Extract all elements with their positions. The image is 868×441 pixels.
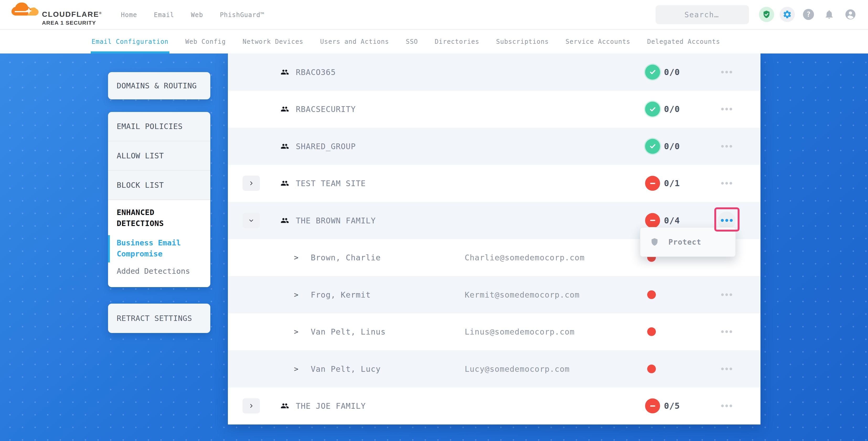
primary-nav-item-phishguard[interactable]: PhishGuard™	[220, 11, 264, 19]
tab-email-configuration[interactable]: Email Configuration	[92, 30, 168, 54]
group-icon	[279, 179, 290, 187]
group-icon	[279, 105, 290, 113]
app-header: CLOUDFLARE® AREA 1 SECURITY HomeEmailWeb…	[0, 0, 868, 30]
sidebar-item-enhanced-detections[interactable]: ENHANCED DETECTIONS	[117, 207, 202, 229]
member-name: Frog, Kermit	[311, 290, 371, 299]
primary-nav-item-email[interactable]: Email	[154, 11, 174, 19]
member-name: Van Pelt, Linus	[311, 327, 386, 336]
primary-nav-item-web[interactable]: Web	[191, 11, 203, 19]
help-icon[interactable]: ?	[803, 9, 814, 20]
row-menu-button[interactable]	[718, 137, 736, 155]
brand-logo[interactable]: CLOUDFLARE® AREA 1 SECURITY	[11, 2, 102, 26]
tab-web-config[interactable]: Web Config	[185, 30, 226, 54]
active-item-indicator-bar	[108, 235, 110, 262]
table-row-shared-group: SHARED_GROUP0/0	[228, 128, 761, 165]
sidebar-card-domains-routing: DOMAINS & ROUTING	[108, 72, 210, 99]
tab-network-devices[interactable]: Network Devices	[243, 30, 303, 54]
notifications-bell-icon[interactable]	[824, 9, 834, 20]
member-chevron-icon[interactable]: >	[294, 253, 299, 262]
sidebar-section-enhanced-detections: ENHANCED DETECTIONS Business Email Compr…	[108, 200, 210, 287]
sidebar-item-allow-list[interactable]: ALLOW LIST	[108, 141, 210, 171]
expand-group-button[interactable]	[243, 398, 260, 413]
table-row-test-team-site: TEST TEAM SITE0/1	[228, 165, 761, 202]
registered-mark: ®	[99, 11, 102, 15]
protected-count: 0/1	[664, 178, 680, 188]
status-protected-icon	[645, 102, 660, 117]
group-name: RBACO365	[296, 67, 336, 76]
status-protected-icon	[645, 139, 660, 154]
tab-service-accounts[interactable]: Service Accounts	[566, 30, 630, 54]
member-chevron-icon[interactable]: >	[294, 290, 299, 299]
brand-name: CLOUDFLARE®	[42, 9, 102, 18]
group-name: RBACSECURITY	[296, 105, 356, 114]
secondary-nav-tabs: Email ConfigurationWeb ConfigNetwork Dev…	[0, 30, 868, 54]
group-icon	[279, 142, 290, 151]
expand-group-button[interactable]	[243, 176, 260, 191]
tab-directories[interactable]: Directories	[435, 30, 479, 54]
group-name: THE BROWN FAMILY	[296, 216, 376, 225]
cloudflare-cloud-icon	[11, 2, 39, 16]
brand-subtitle: AREA 1 SECURITY	[42, 20, 102, 26]
sidebar-item-block-list[interactable]: BLOCK LIST	[108, 171, 210, 200]
member-chevron-icon[interactable]: >	[294, 365, 299, 373]
protected-count: 0/5	[664, 401, 680, 411]
group-name: SHARED_GROUP	[296, 141, 356, 151]
protection-status-shield-icon[interactable]	[759, 7, 774, 22]
table-row-the-joe-family: THE JOE FAMILY0/5	[228, 387, 761, 425]
member-name: Van Pelt, Lucy	[311, 364, 381, 373]
primary-nav-item-home[interactable]: Home	[121, 11, 137, 19]
group-icon	[279, 216, 290, 225]
sidebar-item-email-policies[interactable]: EMAIL POLICIES	[108, 112, 210, 141]
brand-text: CLOUDFLARE® AREA 1 SECURITY	[42, 2, 102, 26]
member-email: Kermit@somedemocorp.com	[465, 290, 580, 299]
account-avatar-icon[interactable]	[844, 8, 857, 21]
settings-gear-icon[interactable]	[780, 7, 795, 22]
member-email: Charlie@somedemocorp.com	[465, 253, 585, 262]
status-unprotected-icon	[645, 399, 660, 413]
group-name: THE JOE FAMILY	[296, 401, 366, 411]
sidebar-item-retract-settings[interactable]: RETRACT SETTINGS	[108, 304, 210, 333]
table-row-frog-kermit: >Frog, KermitKermit@somedemocorp.com	[228, 276, 761, 313]
row-menu-button[interactable]	[718, 286, 736, 304]
primary-nav: HomeEmailWebPhishGuard™	[121, 0, 264, 30]
status-unprotected-dot	[647, 327, 656, 336]
row-menu-button[interactable]	[718, 175, 736, 192]
collapse-group-button[interactable]	[243, 213, 260, 228]
sidebar-item-added-detections[interactable]: Added Detections	[117, 265, 202, 277]
search-box[interactable]	[656, 5, 749, 24]
tab-users-and-actions[interactable]: Users and Actions	[320, 30, 389, 54]
status-protected-icon	[645, 64, 660, 80]
protected-count: 0/0	[664, 67, 680, 77]
row-menu-button[interactable]	[718, 397, 736, 415]
sidebar-item-domains-routing[interactable]: DOMAINS & ROUTING	[108, 72, 210, 99]
status-unprotected-dot	[647, 290, 656, 299]
table-row-rbaco365: RBACO3650/0	[228, 54, 761, 91]
menu-item-protect[interactable]: Protect	[669, 238, 701, 247]
group-icon	[279, 402, 290, 410]
shield-icon	[650, 237, 659, 247]
protected-count: 0/4	[664, 216, 680, 225]
tab-sso[interactable]: SSO	[406, 30, 418, 54]
status-unprotected-icon	[645, 176, 660, 191]
row-menu-button[interactable]	[718, 100, 736, 118]
member-email: Lucy@somedemocorp.com	[465, 364, 569, 373]
protected-count: 0/0	[664, 104, 680, 114]
row-menu-button[interactable]	[718, 323, 736, 341]
table-row-rbacsecurity: RBACSECURITY0/0	[228, 91, 761, 128]
row-menu-button[interactable]	[718, 212, 736, 229]
row-menu-button[interactable]	[718, 360, 736, 378]
group-name: TEST TEAM SITE	[296, 179, 366, 188]
status-unprotected-icon	[645, 213, 660, 228]
sidebar-card-policies: EMAIL POLICIES ALLOW LIST BLOCK LIST ENH…	[108, 112, 210, 287]
table-row-van-pelt-linus: >Van Pelt, LinusLinus@somedemocorp.com	[228, 313, 761, 351]
row-context-menu: Protect	[640, 227, 736, 257]
sidebar-item-business-email-compromise[interactable]: Business Email Compromise	[117, 237, 202, 259]
member-chevron-icon[interactable]: >	[294, 327, 299, 336]
status-unprotected-dot	[647, 365, 656, 373]
tab-delegated-accounts[interactable]: Delegated Accounts	[647, 30, 720, 54]
tab-subscriptions[interactable]: Subscriptions	[496, 30, 549, 54]
sidebar-card-retract-settings: RETRACT SETTINGS	[108, 304, 210, 333]
group-icon	[279, 68, 290, 76]
member-email: Linus@somedemocorp.com	[465, 327, 575, 336]
row-menu-button[interactable]	[718, 63, 736, 81]
